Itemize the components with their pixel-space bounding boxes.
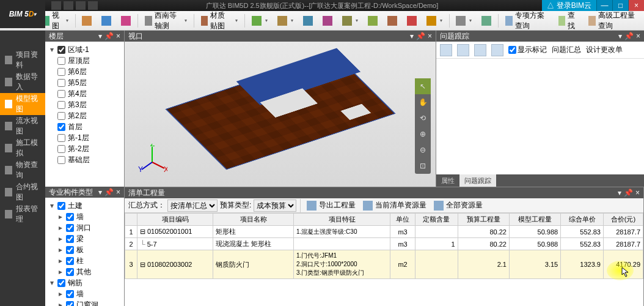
orbit-tool[interactable]: ⟲ xyxy=(415,110,431,126)
floor-check[interactable] xyxy=(57,112,65,120)
type-row[interactable]: ▸墙 xyxy=(49,211,120,222)
col-header[interactable]: 项目特征 xyxy=(294,214,390,226)
pin-icon[interactable]: ▾📌× xyxy=(98,188,120,196)
tool-2[interactable] xyxy=(97,13,115,29)
pin-icon[interactable]: ▾📌× xyxy=(618,32,640,40)
col-header[interactable]: 综合单价 xyxy=(561,214,604,226)
type-check[interactable] xyxy=(66,268,74,276)
tool-9[interactable] xyxy=(364,13,382,29)
floor-check[interactable] xyxy=(57,134,65,142)
nav-contract[interactable]: 合约视图 xyxy=(0,181,45,203)
close-button[interactable]: × xyxy=(628,0,644,11)
type-check[interactable] xyxy=(66,246,74,254)
nav-import[interactable]: 数据导入 xyxy=(0,71,45,93)
table-row[interactable]: 3⊟ 010802003002钢质防火门1.门代号:JFM1 2.洞口尺寸:10… xyxy=(125,250,643,279)
type-row[interactable]: ▸梁 xyxy=(49,233,120,244)
table-row[interactable]: 1⊟ 010502001001矩形柱1.混凝土强度等级:C30m380.2250… xyxy=(125,226,643,238)
type-row[interactable]: ▸洞口 xyxy=(49,222,120,233)
design-change-link[interactable]: 设计更改单 xyxy=(586,45,623,55)
tool-5[interactable] xyxy=(273,13,298,29)
floor-row[interactable]: 第5层 xyxy=(49,77,120,88)
zoom-out-tool[interactable]: ⊖ xyxy=(415,142,431,158)
tool-13[interactable] xyxy=(452,13,476,29)
fit-tool[interactable]: ⊡ xyxy=(415,158,431,174)
nav-material[interactable]: 物资查询 xyxy=(0,159,45,181)
filter-issue-icon[interactable] xyxy=(474,44,486,56)
floor-check[interactable] xyxy=(57,79,65,87)
pin-icon[interactable]: ▾📌× xyxy=(618,188,640,197)
col-header[interactable]: 模型工程量 xyxy=(509,214,560,226)
type-row[interactable]: ▸墙 xyxy=(49,288,120,299)
type-check[interactable] xyxy=(66,301,74,307)
maximize-button[interactable]: □ xyxy=(612,0,628,11)
col-header[interactable]: 单位 xyxy=(390,214,415,226)
floor-check[interactable] xyxy=(57,145,65,153)
col-header[interactable] xyxy=(125,214,137,226)
query2-button[interactable]: 查找 xyxy=(554,13,584,29)
cloud-login[interactable]: △ 登录BIM云 xyxy=(542,0,596,11)
type-check[interactable] xyxy=(66,257,74,265)
summary-select[interactable]: 按清单汇总 xyxy=(167,200,218,212)
issue-summary-link[interactable]: 问题汇总 xyxy=(552,45,581,55)
nav-sim[interactable]: 施工模拟 xyxy=(0,137,45,159)
type-group[interactable]: ▾土建 xyxy=(49,200,120,211)
floor-row[interactable]: 屋顶层 xyxy=(49,55,120,66)
floor-row[interactable]: 第3层 xyxy=(49,99,120,110)
type-group[interactable]: ▾钢筋 xyxy=(49,277,120,288)
floor-check[interactable] xyxy=(57,123,65,131)
col-header[interactable]: 合价(元) xyxy=(603,214,643,226)
query1-button[interactable]: 专项方案查询 xyxy=(501,13,553,29)
3d-viewport[interactable]: ZXY ↖ ✋ ⟲ ⊕ ⊖ ⊡ xyxy=(125,42,436,187)
tab-properties[interactable]: 属性 xyxy=(436,174,459,187)
tool-1[interactable] xyxy=(78,13,96,29)
region-check[interactable] xyxy=(57,46,65,54)
type-check[interactable] xyxy=(66,235,74,243)
nav-model[interactable]: 模型视图 xyxy=(0,93,45,115)
tool-11[interactable] xyxy=(403,13,421,29)
quantity-grid[interactable]: 项目编码项目名称项目特征单位定额含量预算工程量模型工程量综合单价合价(元)1⊟ … xyxy=(125,213,643,306)
floor-check[interactable] xyxy=(57,101,65,109)
select-tool[interactable]: ↖ xyxy=(415,78,431,94)
minimize-button[interactable]: — xyxy=(596,0,612,11)
tool-3[interactable] xyxy=(117,13,135,29)
col-header[interactable]: 项目编码 xyxy=(137,214,213,226)
pan-tool[interactable]: ✋ xyxy=(415,94,431,110)
tool-4[interactable] xyxy=(247,13,272,29)
floor-row[interactable]: 首层 xyxy=(49,121,120,132)
col-header[interactable]: 定额含量 xyxy=(415,214,458,226)
floor-row[interactable]: 第-2层 xyxy=(49,143,120,154)
export-button[interactable]: 导出工程量 xyxy=(304,200,358,212)
type-check[interactable] xyxy=(66,290,74,298)
pin-icon[interactable]: ▾📌× xyxy=(410,32,432,40)
current-res-button[interactable]: 当前清单资源量 xyxy=(360,200,429,212)
floor-check[interactable] xyxy=(57,156,65,164)
tool-14[interactable] xyxy=(477,13,496,29)
tool-6[interactable] xyxy=(299,13,317,29)
region-row[interactable]: ▾区域-1 xyxy=(49,44,120,55)
col-header[interactable]: 项目名称 xyxy=(213,214,294,226)
floor-row[interactable]: 第-1层 xyxy=(49,132,120,143)
type-check[interactable] xyxy=(66,213,74,221)
table-row[interactable]: 2└ 5-7现浇混凝土 矩形柱m3180.2250.988552.8328187… xyxy=(125,238,643,250)
type-check[interactable] xyxy=(66,224,74,232)
tool-10[interactable] xyxy=(383,13,401,29)
show-mark-check[interactable]: 显示标记 xyxy=(508,45,547,55)
all-res-button[interactable]: 全部资源量 xyxy=(431,200,485,212)
floor-check[interactable] xyxy=(57,90,65,98)
tool-7[interactable] xyxy=(318,13,337,29)
new-issue-icon[interactable] xyxy=(440,44,452,56)
type-row[interactable]: ▸门窗洞 xyxy=(49,299,120,306)
floor-row[interactable]: 基础层 xyxy=(49,154,120,165)
group-check[interactable] xyxy=(57,279,65,287)
nav-folder[interactable]: 项目资料 xyxy=(0,49,45,71)
nav-flow[interactable]: 流水视图 xyxy=(0,115,45,137)
floor-check[interactable] xyxy=(57,57,65,65)
tool-8[interactable] xyxy=(338,13,362,29)
nav-report[interactable]: 报表管理 xyxy=(0,203,45,225)
quick-access[interactable] xyxy=(48,1,101,10)
col-header[interactable]: 预算工程量 xyxy=(458,214,509,226)
list-issue-icon[interactable] xyxy=(491,44,503,56)
edit-issue-icon[interactable] xyxy=(457,44,469,56)
zoom-in-tool[interactable]: ⊕ xyxy=(415,126,431,142)
material-button[interactable]: 材质贴图 xyxy=(197,13,242,29)
